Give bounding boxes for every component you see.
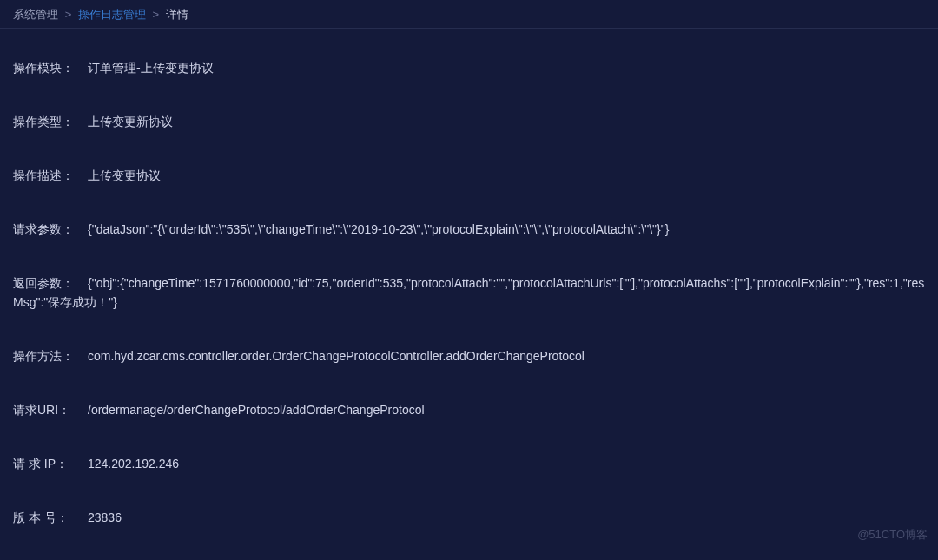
value-module: 订单管理-上传变更协议 [88,58,925,77]
value-method: com.hyd.zcar.cms.controller.order.OrderC… [88,346,925,366]
row-type: 操作类型： 上传变更新协议 [13,112,925,131]
row-request-params: 请求参数： {"dataJson":"{\"orderId\":\"535\",… [13,220,925,239]
value-version: 23836 [88,508,925,527]
detail-content: 操作模块： 订单管理-上传变更协议 操作类型： 上传变更新协议 操作描述： 上传… [0,29,938,560]
label-ip: 请 求 IP： [13,454,74,473]
label-uri: 请求URI： [13,400,74,419]
label-desc: 操作描述： [13,166,74,185]
row-response-params: 返回参数： 返回参数：{"obj":{"changeTime":15717600… [13,273,925,312]
breadcrumb-link-log-management[interactable]: 操作日志管理 [78,8,146,21]
value-request-params: {"dataJson":"{\"orderId\":\"535\",\"chan… [88,220,925,239]
value-type: 上传变更新协议 [88,112,925,131]
breadcrumb-root: 系统管理 [13,8,58,21]
value-ip: 124.202.192.246 [88,454,925,473]
value-response-params-text: {"obj":{"changeTime":1571760000000,"id":… [13,276,924,309]
breadcrumb-sep: > [152,8,159,21]
row-ip: 请 求 IP： 124.202.192.246 [13,454,925,473]
breadcrumb-current: 详情 [166,8,188,21]
breadcrumb-sep: > [65,8,72,21]
label-module: 操作模块： [13,58,74,77]
row-desc: 操作描述： 上传变更协议 [13,166,925,185]
row-uri: 请求URI： /ordermanage/orderChangeProtocol/… [13,400,925,419]
value-response-params: 返回参数：{"obj":{"changeTime":1571760000000,… [13,273,925,312]
label-method: 操作方法： [13,346,74,366]
label-request-params: 请求参数： [13,220,74,239]
breadcrumb: 系统管理 > 操作日志管理 > 详情 [0,0,938,29]
label-type: 操作类型： [13,112,74,131]
label-version: 版 本 号： [13,508,74,527]
value-uri: /ordermanage/orderChangeProtocol/addOrde… [88,400,925,419]
row-module: 操作模块： 订单管理-上传变更协议 [13,58,925,77]
row-version: 版 本 号： 23836 [13,508,925,527]
value-desc: 上传变更协议 [88,166,925,185]
row-method: 操作方法： com.hyd.zcar.cms.controller.order.… [13,346,925,366]
label-response-params-inline: 返回参数： [13,273,88,293]
